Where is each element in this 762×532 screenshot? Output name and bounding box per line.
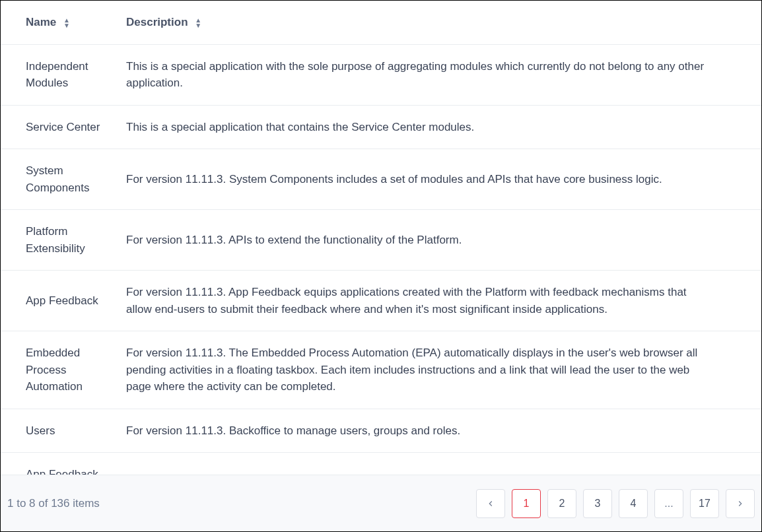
- sort-icon: ▲▼: [195, 18, 201, 28]
- cell-description: This is a special application that conta…: [120, 105, 761, 149]
- cell-description: For version 11.11.3. App Feedback equips…: [120, 271, 761, 331]
- pagination-ellipsis[interactable]: ...: [654, 489, 683, 518]
- pagination-page-3[interactable]: 3: [583, 489, 612, 518]
- pagination-page-last[interactable]: 17: [690, 489, 719, 518]
- cell-name: Independent Modules: [1, 44, 120, 105]
- table-row[interactable]: System ComponentsFor version 11.11.3. Sy…: [1, 149, 761, 210]
- sort-icon: ▲▼: [63, 18, 70, 28]
- pagination-page-1[interactable]: 1: [512, 489, 541, 518]
- table-row[interactable]: App Feedback MobileFor version 11.11.3. …: [1, 453, 761, 475]
- column-header-name-label: Name: [26, 16, 56, 28]
- table-row[interactable]: Service CenterThis is a special applicat…: [1, 105, 761, 149]
- cell-name: Platform Extensibility: [1, 210, 120, 271]
- cell-name: Embedded Process Automation: [1, 331, 120, 409]
- cell-description: For version 11.11.3. The Embedded Proces…: [120, 331, 761, 409]
- table-footer: 1 to 8 of 136 items 1 2 3 4 ... 17: [1, 475, 761, 531]
- column-header-description-label: Description: [126, 16, 188, 28]
- cell-name: System Components: [1, 149, 120, 210]
- cell-name: Users: [1, 409, 120, 453]
- pagination-prev-button[interactable]: [476, 489, 505, 518]
- chevron-left-icon: [486, 499, 495, 508]
- cell-description: For version 11.11.3. Backoffice to manag…: [120, 409, 761, 453]
- column-header-description[interactable]: Description ▲▼: [120, 1, 761, 44]
- cell-description: This is a special application with the s…: [120, 44, 761, 105]
- cell-name: Service Center: [1, 105, 120, 149]
- column-header-name[interactable]: Name ▲▼: [1, 1, 120, 44]
- cell-name: App Feedback: [1, 271, 120, 331]
- chevron-right-icon: [736, 499, 745, 508]
- applications-table: Name ▲▼ Description ▲▼ Independent Modul…: [1, 1, 761, 475]
- cell-name: App Feedback Mobile: [1, 453, 120, 475]
- table-row[interactable]: Independent ModulesThis is a special app…: [1, 44, 761, 105]
- cell-description: For version 11.11.3. APIs to extend the …: [120, 210, 761, 271]
- table-row[interactable]: App FeedbackFor version 11.11.3. App Fee…: [1, 271, 761, 331]
- cell-description: For version 11.11.3. System Components i…: [120, 149, 761, 210]
- table-row[interactable]: Platform ExtensibilityFor version 11.11.…: [1, 210, 761, 271]
- cell-description: For version 11.11.3. APIs to extend the …: [120, 453, 761, 475]
- pagination-next-button[interactable]: [726, 489, 755, 518]
- table-wrap: Name ▲▼ Description ▲▼ Independent Modul…: [1, 1, 761, 475]
- table-row[interactable]: UsersFor version 11.11.3. Backoffice to …: [1, 409, 761, 453]
- app-frame: Name ▲▼ Description ▲▼ Independent Modul…: [0, 0, 762, 532]
- pagination: 1 2 3 4 ... 17: [476, 489, 755, 518]
- table-header-row: Name ▲▼ Description ▲▼: [1, 1, 761, 44]
- pagination-summary: 1 to 8 of 136 items: [7, 497, 100, 510]
- pagination-page-4[interactable]: 4: [619, 489, 648, 518]
- table-row[interactable]: Embedded Process AutomationFor version 1…: [1, 331, 761, 409]
- pagination-page-2[interactable]: 2: [547, 489, 576, 518]
